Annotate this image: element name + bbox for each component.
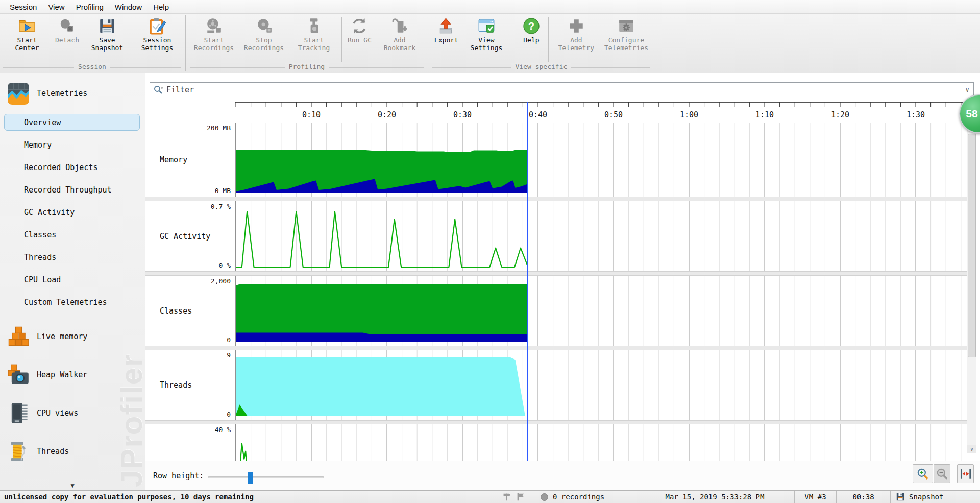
telemetry-charts[interactable]: 0:100:200:300:400:501:001:101:201:30Memo… (145, 102, 967, 461)
status-vm-number: VM #3 (794, 491, 836, 503)
run-gc-icon (351, 17, 368, 35)
timeline-tick-label: 1:00 (680, 110, 698, 119)
toolbar-button-configure-telemetries[interactable]: Configure Telemetries (602, 16, 651, 52)
toolbar-button-detach[interactable]: Detach (53, 16, 82, 44)
sidebar-item-cpu-load[interactable]: CPU Load (4, 271, 140, 288)
sidebar-item-memory[interactable]: Memory (4, 136, 140, 153)
toolbar-button-save-snapshot[interactable]: Save Snapshot (83, 16, 132, 52)
toolbar-button-start-recordings[interactable]: Start Recordings (189, 16, 238, 52)
series-cpu-load (238, 443, 249, 461)
toolbar-button-label: Save Snapshot (85, 36, 129, 52)
toolbar-button-start-tracking[interactable]: Start Tracking (289, 16, 338, 52)
sidebar-section-label: CPU views (37, 409, 78, 418)
toolbar-button-run-gc[interactable]: Run GC (345, 16, 374, 44)
y-axis-max-label: 40 % (215, 426, 231, 434)
sidebar-overflow-indicator[interactable]: ▼ (0, 482, 145, 489)
scroll-down-arrow-icon[interactable]: ∨ (967, 445, 976, 453)
sidebar-section-live-memory[interactable]: Live memory (7, 324, 87, 349)
chart-row-cpu-load[interactable]: 40 % (145, 424, 967, 461)
sidebar-section-threads[interactable]: Threads (7, 439, 69, 464)
toolbar-button-label: Export (434, 36, 458, 44)
menu-help[interactable]: Help (148, 2, 175, 12)
start-recordings-icon (205, 17, 223, 35)
fit-timeline-button[interactable] (957, 464, 974, 483)
export-icon (437, 17, 455, 35)
pin-icon[interactable] (501, 492, 511, 502)
menu-window[interactable]: Window (109, 2, 148, 12)
sidebar-item-classes[interactable]: Classes (4, 226, 140, 243)
zoom-out-button[interactable] (934, 464, 950, 483)
vertical-scrollbar[interactable]: ∧ ∨ (967, 124, 976, 453)
sidebar-item-custom-telemetries[interactable]: Custom Telemetries (4, 294, 140, 310)
sidebar: JProfiler ▼ TelemetriesOverviewMemoryRec… (0, 73, 145, 490)
chart-row-memory[interactable]: Memory200 MB0 MB (145, 123, 967, 197)
sidebar-item-recorded-objects[interactable]: Recorded Objects (4, 159, 140, 176)
toolbar-button-start-center[interactable]: Start Center (3, 16, 52, 52)
sidebar-section-telemetries[interactable]: Telemetries (7, 81, 87, 106)
row-label: Classes (160, 306, 192, 316)
live-memory-icon (7, 325, 30, 348)
chart-row-gc-activity[interactable]: GC Activity0.7 %0 % (145, 201, 967, 271)
status-datetime: Mar 15, 2019 5:33:28 PM (635, 491, 794, 503)
bottom-control-bar: Row height: (145, 461, 980, 490)
start-tracking-icon (305, 17, 323, 35)
series-filtered (236, 333, 527, 342)
view-settings-icon (478, 17, 495, 35)
toolbar-button-label: View Settings (464, 36, 508, 52)
y-axis-max-label: 200 MB (207, 124, 231, 132)
sidebar-section-cpu-views[interactable]: CPU views (7, 401, 78, 425)
sidebar-item-threads[interactable]: Threads (4, 249, 140, 266)
chevron-down-icon[interactable]: ∨ (964, 86, 970, 93)
toolbar-button-help[interactable]: ?Help (518, 16, 545, 44)
chart-row-divider[interactable] (145, 197, 967, 201)
row-height-slider[interactable] (208, 476, 324, 478)
toolbar-button-session-settings[interactable]: Session Settings (133, 16, 182, 52)
row-height-slider-thumb[interactable] (248, 472, 253, 484)
toolbar-button-label: Stop Recordings (242, 36, 286, 52)
toolbar-button-label: Run GC (348, 36, 372, 44)
toolbar-group-label: View specific (429, 63, 653, 73)
timeline-tick-label: 1:30 (906, 110, 925, 119)
menu-profiling[interactable]: Profiling (70, 2, 109, 12)
toolbar-button-add-telemetry[interactable]: Add Telemetry (552, 16, 601, 52)
chart-row-classes[interactable]: Classes2,0000 (145, 276, 967, 346)
sidebar-item-gc-activity[interactable]: GC Activity (4, 204, 140, 221)
timeline-ruler[interactable]: 0:100:200:300:400:501:001:101:201:30 (145, 102, 967, 123)
session-mode-label: Snapshot (909, 493, 943, 501)
recordings-status: 0 recordings (535, 491, 635, 503)
toolbar-group-session: Start CenterDetachSave SnapshotSession S… (0, 14, 184, 73)
toolbar-button-add-bookmark[interactable]: Add Bookmark (375, 16, 424, 52)
sidebar-section-label: Threads (37, 447, 69, 456)
chart-row-divider[interactable] (145, 271, 967, 276)
zoom-in-button[interactable] (913, 464, 933, 483)
sidebar-section-label: Live memory (37, 332, 87, 341)
toolbar-button-view-settings[interactable]: View Settings (462, 16, 511, 52)
y-axis-min-label: 0 MB (215, 187, 231, 195)
row-height-label: Row height: (153, 471, 204, 481)
detach-icon (58, 17, 76, 35)
timeline-tick-label: 1:10 (755, 110, 774, 119)
filter-bar: ∨ (150, 82, 974, 97)
menu-session[interactable]: Session (4, 2, 42, 12)
filter-input[interactable] (166, 85, 964, 94)
toolbar-button-stop-recordings[interactable]: Stop Recordings (239, 16, 288, 52)
toolbar-button-label: Detach (55, 36, 79, 44)
flag-icon[interactable] (516, 492, 526, 502)
current-time-marker (527, 102, 528, 461)
telemetries-icon (7, 82, 30, 105)
toolbar-button-export[interactable]: Export (432, 16, 461, 44)
series-total (236, 357, 525, 416)
scrollbar-thumb[interactable] (968, 134, 976, 357)
chart-row-threads[interactable]: Threads90 (145, 350, 967, 420)
sidebar-item-recorded-throughput[interactable]: Recorded Throughput (4, 181, 140, 198)
toolbar-button-label: Start Tracking (292, 36, 336, 52)
sidebar-section-heap-walker[interactable]: Heap Walker (7, 363, 87, 387)
notification-badge-value: 58 (966, 108, 977, 120)
y-axis-min-label: 0 (227, 336, 231, 344)
save-snapshot-icon (99, 17, 116, 35)
series-gc-activity (236, 211, 527, 267)
toolbar-button-label: Start Recordings (192, 36, 236, 52)
sidebar-item-overview[interactable]: Overview (4, 114, 140, 131)
search-icon[interactable] (153, 85, 164, 95)
menu-view[interactable]: View (42, 2, 70, 12)
